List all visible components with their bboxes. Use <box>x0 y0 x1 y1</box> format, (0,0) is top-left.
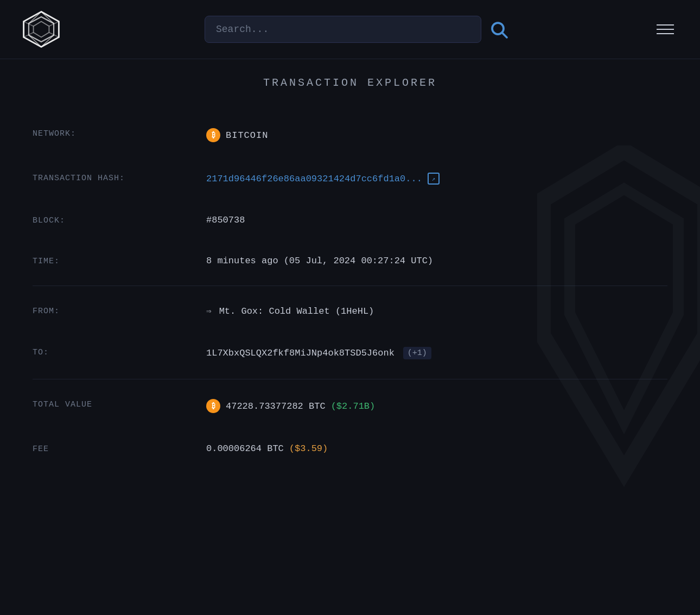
block-number: #850738 <box>206 215 245 225</box>
hash-text: 2171d96446f26e86aa09321424d7cc6fd1a0... <box>206 174 422 184</box>
logo-icon <box>22 10 61 49</box>
time-row: TIME: 8 minutes ago (05 Jul, 2024 00:27:… <box>33 240 667 281</box>
main-content: NETWORK: ₿ BITCOIN TRANSACTION HASH: 217… <box>0 102 700 502</box>
total-value-label: TOTAL VALUE <box>33 399 206 409</box>
total-value-row: TOTAL VALUE ₿ 47228.73377282 BTC ($2.71B… <box>33 384 667 428</box>
svg-point-11 <box>492 23 504 34</box>
search-input[interactable] <box>205 16 481 43</box>
time-absolute: (05 Jul, 2024 00:27:24 UTC) <box>284 256 433 266</box>
search-input-wrapper <box>205 16 481 43</box>
fee-value: 0.00006264 BTC ($3.59) <box>206 443 667 454</box>
to-value: 1L7XbxQSLQX2fkf8MiJNp4ok8TSD5J6onk (+1) <box>206 347 667 359</box>
block-value: #850738 <box>206 215 667 225</box>
from-value: ⇒ Mt. Gox: Cold Wallet (1HeHL) <box>206 306 667 316</box>
network-label: NETWORK: <box>33 128 206 138</box>
svg-line-12 <box>503 34 507 38</box>
header <box>0 0 700 59</box>
fee-row: FEE 0.00006264 BTC ($3.59) <box>33 428 667 469</box>
fee-btc-amount: 0.00006264 BTC <box>206 443 284 454</box>
arrow-icon: ⇒ <box>206 306 212 316</box>
network-name: BITCOIN <box>226 130 268 141</box>
divider-1 <box>33 286 667 286</box>
hash-value: 2171d96446f26e86aa09321424d7cc6fd1a0... … <box>206 173 667 185</box>
from-row: FROM: ⇒ Mt. Gox: Cold Wallet (1HeHL) <box>33 290 667 332</box>
from-label: FROM: <box>33 306 206 316</box>
total-btc-amount: 47228.73377282 BTC <box>226 401 326 411</box>
search-icon <box>489 20 508 39</box>
to-plus-more: (+1) <box>403 347 431 359</box>
divider-2 <box>33 379 667 379</box>
to-address: 1L7XbxQSLQX2fkf8MiJNp4ok8TSD5J6onk <box>206 348 394 358</box>
transaction-info: NETWORK: ₿ BITCOIN TRANSACTION HASH: 217… <box>33 113 667 469</box>
time-value: 8 minutes ago (05 Jul, 2024 00:27:24 UTC… <box>206 256 667 266</box>
fee-label: FEE <box>33 443 206 454</box>
hamburger-line-3 <box>657 33 674 34</box>
time-label: TIME: <box>33 256 206 266</box>
fee-usd-value: ($3.59) <box>289 443 328 454</box>
total-usd-value: ($2.71B) <box>331 401 376 411</box>
to-row: TO: 1L7XbxQSLQX2fkf8MiJNp4ok8TSD5J6onk (… <box>33 332 667 375</box>
external-link-icon: ↗ <box>428 173 440 185</box>
btc-total-icon: ₿ <box>206 399 220 413</box>
hash-label: TRANSACTION HASH: <box>33 173 206 183</box>
svg-marker-2 <box>34 22 49 37</box>
bitcoin-icon: ₿ <box>206 128 220 142</box>
menu-button[interactable] <box>652 20 678 39</box>
svg-marker-1 <box>29 17 54 42</box>
page-title: TRANSACTION EXPLORER <box>0 59 700 102</box>
logo[interactable] <box>22 10 61 49</box>
from-address: Mt. Gox: Cold Wallet (1HeHL) <box>219 306 374 316</box>
hamburger-line-1 <box>657 24 674 26</box>
block-row: BLOCK: #850738 <box>33 200 667 240</box>
total-value-value: ₿ 47228.73377282 BTC ($2.71B) <box>206 399 667 413</box>
hash-row: TRANSACTION HASH: 2171d96446f26e86aa0932… <box>33 157 667 200</box>
hamburger-line-2 <box>657 29 674 30</box>
network-value: ₿ BITCOIN <box>206 128 667 142</box>
search-area <box>205 16 508 43</box>
to-label: TO: <box>33 347 206 357</box>
search-button[interactable] <box>489 20 508 39</box>
block-label: BLOCK: <box>33 215 206 225</box>
transaction-hash-link[interactable]: 2171d96446f26e86aa09321424d7cc6fd1a0... … <box>206 173 440 185</box>
time-relative: 8 minutes ago <box>206 256 278 266</box>
network-row: NETWORK: ₿ BITCOIN <box>33 113 667 157</box>
